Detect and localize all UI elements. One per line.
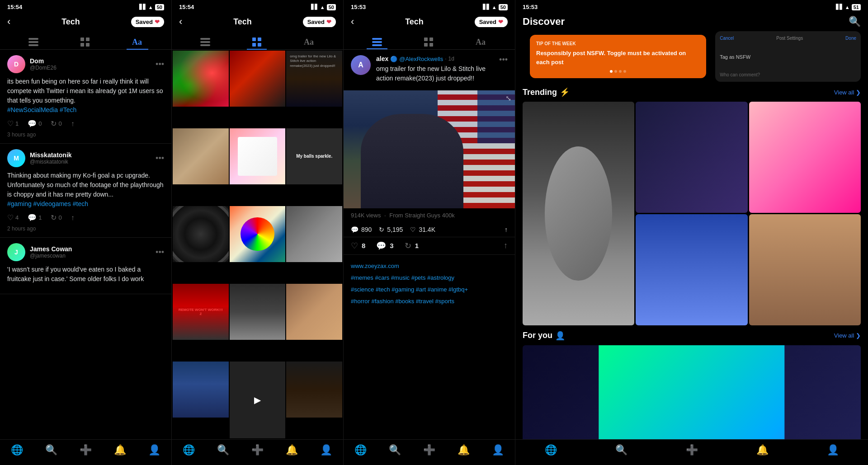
grid-cell-14[interactable]: ▶ [230,362,286,438]
nav-search-2[interactable]: 🔍 [217,444,229,456]
grid-cell-4[interactable] [173,128,229,184]
tab-list-3[interactable] [367,35,387,49]
trending-cell-3[interactable] [749,102,861,213]
carousel-dots [536,70,700,73]
reaction-likes[interactable]: ♡ 8 [351,241,365,251]
handle-dom: @DomE26 [30,65,57,71]
trending-cell-1[interactable] [523,102,634,325]
nav-profile-4[interactable]: 👤 [827,444,839,456]
dot-2[interactable] [614,70,617,73]
tab-text-3[interactable]: Aa [470,35,492,49]
repost-action-miss[interactable]: ↻ 0 [51,213,61,222]
trending-cell-5[interactable] [749,214,861,325]
grid-cell-5[interactable] [230,128,286,184]
nav-profile-2[interactable]: 👤 [320,444,332,456]
back-button-3[interactable]: ‹ [351,16,354,28]
share-action-miss[interactable]: ↑ [71,214,75,222]
grid-cell-3[interactable]: omg trailer for the new Lilo & Stitch li… [286,51,342,107]
svg-rect-10 [200,44,210,46]
detail-url[interactable]: www.zoeyzax.com [351,260,508,272]
like-action-miss[interactable]: ♡ 4 [7,213,19,222]
dot-4[interactable] [623,70,626,73]
nav-notif-4[interactable]: 🔔 [756,444,769,456]
grid-cell-9[interactable] [286,206,342,262]
repost-action-dom[interactable]: ↻ 0 [51,119,61,128]
reaction-reposts[interactable]: ↻ 1 [405,241,419,251]
grid-cell-7[interactable] [173,206,229,262]
reaction-comments[interactable]: 💬 3 [376,241,393,251]
trending-cell-4[interactable] [636,214,747,325]
tab-grid-2[interactable] [247,35,267,49]
avatar-dom: D [7,55,25,73]
nav-search-1[interactable]: 🔍 [45,444,57,456]
tab-list-1[interactable] [23,35,44,49]
nav-home-2[interactable]: 🌐 [183,444,195,456]
back-button-2[interactable]: ‹ [179,16,182,28]
nav-add-4[interactable]: ➕ [686,444,698,456]
more-dots-james[interactable]: ••• [156,248,164,257]
for-you-view-all[interactable]: View all ❯ [834,332,861,339]
trending-cell-2[interactable] [636,102,747,213]
separator: · [445,56,446,62]
dot-3[interactable] [619,70,622,73]
grid-cell-12[interactable] [286,284,342,340]
discover-search-icon[interactable]: 🔍 [849,16,861,28]
grid-cell-1[interactable] [173,51,229,107]
nav-home-4[interactable]: 🌐 [545,444,557,456]
detail-handle[interactable]: @AlexRockwells [399,56,443,62]
nav-notif-3[interactable]: 🔔 [458,444,470,456]
more-dots-detail[interactable]: ••• [499,55,508,65]
dot-1[interactable] [610,70,613,73]
grid-cell-15[interactable] [286,362,342,418]
grid-cell-2[interactable] [230,51,286,107]
nav-search-3[interactable]: 🔍 [389,444,401,456]
tab-list-2[interactable] [195,35,216,49]
grid-cell-13[interactable] [173,362,229,418]
nav-profile-3[interactable]: 👤 [492,444,504,456]
nav-search-4[interactable]: 🔍 [615,444,627,456]
back-button-1[interactable]: ‹ [7,16,10,28]
more-dots-dom[interactable]: ••• [156,60,164,69]
tab-grid-3[interactable] [419,35,439,49]
share-action-detail[interactable]: ↑ [505,226,508,233]
comment-action-miss[interactable]: 💬 1 [28,213,42,222]
heart-icon-1: ❤ [155,19,160,25]
nav-home-3[interactable]: 🌐 [354,444,367,456]
reaction-share[interactable]: ↑ [504,241,508,250]
for-you-section: For you 👤 View all ❯ Hive Social ▶ 0:03 … [515,331,868,439]
grid-cell-8[interactable] [230,206,286,262]
comment-action-dom[interactable]: 💬 0 [28,119,42,128]
nav-profile-1[interactable]: 👤 [148,444,160,456]
nav-add-2[interactable]: ➕ [251,444,264,456]
panel-header-2: ‹ Tech Saved ❤ [172,12,343,31]
more-dots-miss[interactable]: ••• [156,154,164,163]
expand-icon[interactable]: ⤡ [505,94,511,103]
video-stats: 914K views · From Straight Guys 400k [344,208,515,222]
grid-cell-11[interactable] [230,284,286,340]
share-action-dom[interactable]: ↑ [71,120,75,128]
panel-grid-view: 15:54 ▋▋ ▲ 50 ‹ Tech Saved ❤ [172,0,344,465]
nav-notif-2[interactable]: 🔔 [286,444,298,456]
repost-action-detail[interactable]: ↻ 5,195 [379,226,403,233]
nav-home-1[interactable]: 🌐 [11,444,23,456]
saved-button-2[interactable]: Saved ❤ [303,17,336,27]
detail-hashtags[interactable]: #memes #cars #music #pets #astrology #sc… [351,272,508,307]
for-you-hive[interactable]: Hive Social ▶ 0:03 20K views [523,345,861,439]
saved-button-3[interactable]: Saved ❤ [475,17,508,27]
video-container[interactable]: ⤡ [344,90,515,208]
tab-grid-1[interactable] [75,35,95,49]
media-grid-2: omg trailer for the new Lilo & Stitch li… [172,50,343,439]
grid-cell-6[interactable]: My balls sparkle. [286,128,342,184]
trending-view-all[interactable]: View all ❯ [834,89,861,96]
nav-add-1[interactable]: ➕ [80,444,92,456]
nav-notif-1[interactable]: 🔔 [114,444,126,456]
detail-user-info: alex 🔵 @AlexRockwells · 1d omg trailer f… [376,55,494,87]
comment-action-detail[interactable]: 💬 890 [351,226,372,233]
like-action-detail[interactable]: ♡ 31.4K [410,226,435,233]
tab-text-1[interactable]: Aa [127,35,148,49]
saved-button-1[interactable]: Saved ❤ [131,17,164,27]
nav-add-3[interactable]: ➕ [423,444,435,456]
grid-cell-10[interactable]: REMOTE WON'T WORK!!!Z [173,284,229,340]
tab-text-2[interactable]: Aa [298,35,320,49]
like-action-dom[interactable]: ♡ 1 [7,119,19,128]
